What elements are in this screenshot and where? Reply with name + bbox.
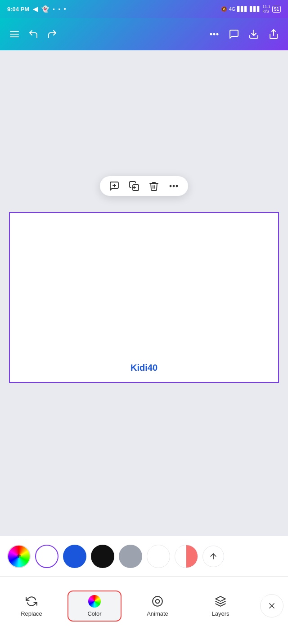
- svg-point-14: [173, 186, 175, 187]
- add-comment-button[interactable]: [109, 181, 120, 191]
- svg-point-13: [170, 186, 171, 187]
- canvas-area: Kidi40: [0, 50, 288, 576]
- animate-label: Animate: [147, 610, 168, 617]
- battery-icon: 51: [272, 6, 281, 13]
- wifi-icon: ▋▋▋: [250, 6, 261, 12]
- more-floating-button[interactable]: [168, 181, 179, 191]
- snapchat-icon: 👻: [41, 5, 49, 13]
- svg-point-5: [217, 34, 218, 35]
- color-bar: [0, 536, 288, 576]
- dot-icon: •: [64, 5, 66, 13]
- color-white-outline[interactable]: [35, 545, 58, 568]
- nav-replace[interactable]: Replace: [4, 595, 58, 617]
- speed-icon: 11.1K/S: [262, 4, 270, 13]
- add-color-button[interactable]: [7, 545, 31, 568]
- location-icon: ◀: [33, 5, 38, 13]
- layers-label: Layers: [212, 610, 229, 617]
- signal-4g-icon: 4G: [229, 6, 236, 12]
- close-button[interactable]: [260, 594, 284, 617]
- floating-toolbar: [100, 176, 188, 196]
- signal-bars-icon: ▋▋▋: [237, 6, 248, 12]
- nav-animate[interactable]: Animate: [130, 595, 184, 617]
- menu-button[interactable]: [9, 29, 20, 40]
- replace-icon: [25, 595, 38, 608]
- animate-icon: [151, 595, 164, 608]
- redo-button[interactable]: [47, 29, 58, 40]
- layers-icon: [214, 595, 227, 608]
- svg-point-15: [176, 186, 178, 187]
- svg-marker-19: [216, 596, 225, 601]
- replace-label: Replace: [21, 610, 42, 617]
- screen-icon: ▪: [53, 6, 54, 12]
- design-canvas[interactable]: Kidi40: [9, 212, 279, 383]
- color-gray[interactable]: [119, 545, 142, 568]
- download-button[interactable]: [248, 29, 259, 40]
- main-toolbar: [0, 18, 288, 50]
- status-right: 🔕 4G ▋▋▋ ▋▋▋ 11.1K/S 51: [221, 4, 281, 13]
- svg-point-4: [214, 34, 215, 35]
- copy-button[interactable]: [129, 181, 140, 191]
- mute-icon: 🔕: [221, 6, 227, 12]
- status-bar: 9:04 PM ◀ 👻 ▪ ▪ • 🔕 4G ▋▋▋ ▋▋▋ 11.1K/S 5…: [0, 0, 288, 18]
- screen-icon2: ▪: [58, 6, 60, 12]
- more-options-button[interactable]: [209, 29, 220, 40]
- color-half-red[interactable]: [175, 545, 198, 568]
- comment-button[interactable]: [229, 29, 239, 40]
- canvas-text: Kidi40: [130, 363, 158, 373]
- share-button[interactable]: [268, 29, 279, 40]
- color-blue[interactable]: [63, 545, 86, 568]
- undo-button[interactable]: [28, 29, 39, 40]
- svg-point-17: [153, 596, 162, 606]
- toolbar-right: [209, 29, 279, 40]
- svg-point-3: [211, 34, 212, 35]
- color-wheel-icon: [88, 595, 101, 608]
- bottom-nav: Replace Color Animate Layers: [0, 576, 288, 644]
- nav-color[interactable]: Color: [68, 591, 122, 622]
- color-white[interactable]: [147, 545, 170, 568]
- svg-point-18: [156, 599, 160, 603]
- color-black[interactable]: [91, 545, 114, 568]
- nav-layers[interactable]: Layers: [194, 595, 248, 617]
- color-label: Color: [87, 610, 101, 617]
- status-time: 9:04 PM: [7, 6, 29, 13]
- status-left: 9:04 PM ◀ 👻 ▪ ▪ •: [7, 5, 66, 13]
- toolbar-left: [9, 29, 58, 40]
- scroll-up-button[interactable]: [202, 546, 224, 567]
- delete-button[interactable]: [148, 181, 159, 191]
